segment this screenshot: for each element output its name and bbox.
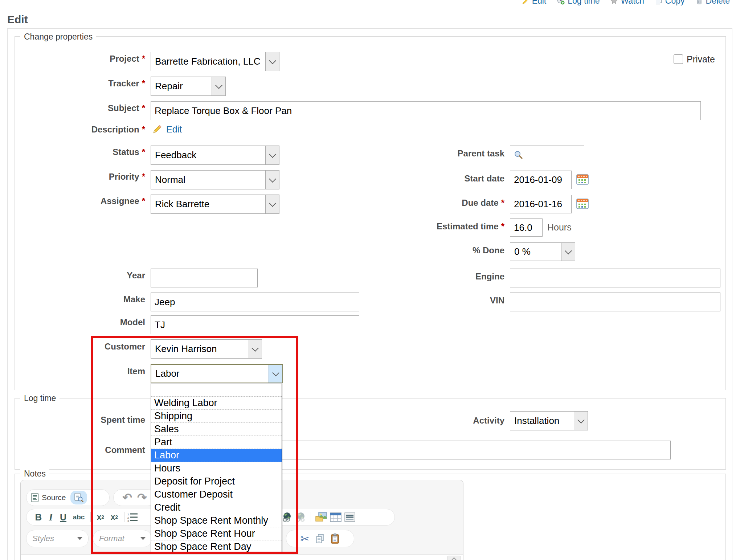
status-label: Status* (22, 147, 145, 157)
parent-task-input[interactable] (510, 146, 584, 164)
scroll-up-button[interactable] (447, 556, 461, 560)
document-magnifier-icon (74, 493, 83, 502)
copy-pages-icon[interactable] (315, 534, 325, 543)
issue-edit-page: Edit Log time Watch Copy Delete Edit Cha… (0, 0, 740, 560)
chevron-down-icon[interactable] (265, 52, 279, 71)
context-watch-link[interactable]: Watch (610, 0, 644, 6)
item-dropdown-list: Welding LaborShippingSalesPartLaborHours… (151, 383, 282, 554)
context-copy-link[interactable]: Copy (655, 0, 685, 6)
item-option[interactable]: Credit (151, 501, 282, 514)
description-label: Description* (22, 124, 145, 135)
insert-image-icon[interactable] (315, 512, 327, 522)
private-checkbox[interactable] (674, 54, 683, 64)
underline-icon[interactable]: U (56, 512, 70, 523)
context-menu: Edit Log time Watch Copy Delete (522, 0, 730, 6)
paste-clipboard-icon[interactable] (331, 534, 340, 544)
redo-icon[interactable]: ↷ (137, 491, 147, 504)
estimated-time-input[interactable]: 16.0 (510, 218, 543, 237)
undo-icon[interactable]: ↶ (122, 491, 132, 504)
editor-clipboard-group: ✂ (286, 530, 354, 547)
parent-task-label: Parent task (381, 148, 504, 159)
chevron-down-icon (140, 537, 146, 540)
activity-select[interactable]: Installation (510, 411, 588, 430)
percent-done-label: % Done (381, 245, 504, 256)
estimated-time-unit: Hours (547, 222, 572, 233)
estimated-time-label: Estimated time* (381, 221, 504, 232)
item-option[interactable]: Customer Deposit (151, 488, 282, 501)
context-edit-link[interactable]: Edit (522, 0, 547, 6)
activity-label: Activity (381, 416, 504, 426)
item-option[interactable]: Shop Space Rent Monthly (151, 514, 282, 527)
item-option[interactable]: Sales (151, 423, 282, 436)
source-button[interactable]: Source (26, 493, 68, 502)
item-option[interactable]: Shop Space Rent Hour (151, 527, 282, 540)
superscript-icon[interactable]: x2 (107, 512, 121, 522)
calendar-icon[interactable] (576, 173, 589, 185)
cut-scissors-icon[interactable]: ✂ (300, 532, 309, 545)
vin-label: VIN (381, 295, 504, 306)
chevron-down-icon[interactable] (212, 77, 225, 95)
priority-label: Priority* (22, 172, 145, 182)
chevron-down-icon[interactable] (269, 365, 282, 383)
insert-table-icon[interactable] (330, 512, 342, 522)
chevron-down-icon (77, 537, 82, 540)
vin-input[interactable] (510, 293, 720, 311)
notes-content-area[interactable] (21, 555, 463, 560)
item-option[interactable]: Shop Space Rent Day (151, 540, 282, 553)
styles-dropdown[interactable]: Styles (26, 530, 89, 547)
item-option[interactable] (151, 384, 282, 397)
numbered-list-icon[interactable]: 123 (127, 512, 138, 522)
tracker-label: Tracker* (22, 78, 145, 89)
italic-icon[interactable]: I (45, 512, 56, 523)
format-dropdown[interactable]: Format (93, 530, 152, 547)
subscript-icon[interactable]: x2 (94, 512, 107, 522)
engine-input[interactable] (510, 269, 720, 287)
engine-label: Engine (381, 271, 504, 282)
item-option[interactable]: Shipping (151, 410, 282, 423)
status-select[interactable]: Feedback (151, 146, 279, 165)
chevron-down-icon[interactable] (265, 146, 279, 164)
chevron-down-icon[interactable] (248, 340, 262, 358)
chevron-down-icon[interactable] (265, 195, 279, 213)
page-title: Edit (7, 13, 28, 26)
preview-button[interactable] (70, 491, 87, 504)
item-option[interactable]: Deposit for Project (151, 475, 282, 488)
context-log-time-link[interactable]: Log time (557, 0, 600, 6)
tracker-select[interactable]: Repair (151, 77, 226, 96)
due-date-input[interactable]: 2016-01-16 (510, 195, 572, 213)
item-option[interactable]: Labor (151, 449, 282, 462)
svg-text:3: 3 (127, 519, 129, 522)
year-input[interactable] (151, 269, 258, 287)
subject-input[interactable]: Replace Torque Box & Floor Pan (151, 101, 701, 120)
due-date-label: Due date* (381, 198, 504, 208)
item-label: Item (22, 366, 145, 376)
chevron-down-icon[interactable] (561, 243, 575, 261)
item-option[interactable]: Welding Labor (151, 397, 282, 410)
chevron-down-icon[interactable] (265, 171, 279, 189)
item-select[interactable]: Labor (151, 364, 283, 383)
assignee-select[interactable]: Rick Barrette (151, 195, 279, 214)
chevron-down-icon[interactable] (574, 412, 588, 430)
item-option[interactable]: Part (151, 436, 282, 449)
model-input[interactable]: TJ (151, 315, 359, 334)
customer-select[interactable]: Kevin Harrison (151, 339, 262, 359)
context-delete-link[interactable]: Delete (696, 0, 730, 6)
percent-done-select[interactable]: 0 % (510, 242, 575, 261)
clock-add-icon (557, 0, 565, 5)
strikethrough-icon[interactable]: abc (70, 513, 87, 521)
start-date-input[interactable]: 2016-01-09 (510, 171, 572, 189)
unlink-icon[interactable] (295, 512, 306, 522)
description-edit-link[interactable]: Edit (166, 124, 182, 135)
bold-icon[interactable]: B (32, 512, 45, 523)
insert-block-icon[interactable] (344, 512, 355, 522)
priority-select[interactable]: Normal (151, 170, 279, 189)
svg-text:1: 1 (127, 513, 129, 516)
calendar-icon[interactable] (576, 198, 589, 209)
project-select[interactable]: Barrette Fabrication, LLC (151, 52, 279, 71)
link-icon[interactable] (282, 512, 293, 522)
item-option[interactable]: Hours (151, 462, 282, 475)
star-icon (610, 0, 618, 5)
trash-icon (696, 0, 703, 5)
make-input[interactable]: Jeep (151, 293, 359, 311)
pencil-icon (522, 0, 529, 5)
